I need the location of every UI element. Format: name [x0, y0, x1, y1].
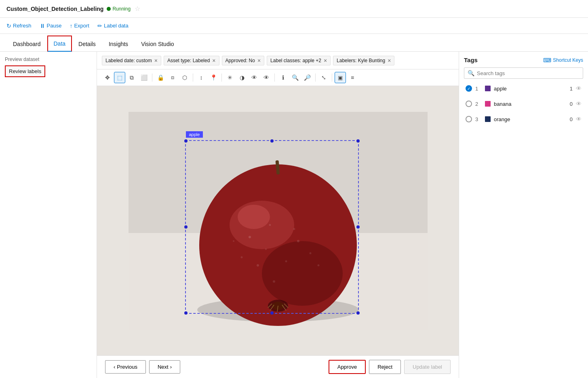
tool-separator-5 [315, 74, 316, 82]
tab-insights[interactable]: Insights [102, 37, 135, 51]
tag-num-3: 3 [475, 116, 482, 122]
search-icon: 🔍 [468, 70, 474, 76]
tag-item-banana: 2 banana 0 👁 [464, 98, 583, 109]
approve-button[interactable]: Approve [329, 360, 366, 374]
tool-multi-select[interactable]: ⬜ [138, 72, 150, 83]
apple-image [129, 112, 428, 330]
remove-filter-labelers[interactable]: × [388, 57, 391, 64]
tag-count-banana: 0 [570, 101, 573, 107]
tool-brightness[interactable]: ✳ [224, 72, 236, 83]
previous-button[interactable]: ‹ Previous [105, 360, 146, 374]
tool-polygon[interactable]: ⬡ [179, 72, 190, 83]
tool-zoom-in[interactable]: 🔍 [289, 72, 301, 83]
tool-separator-6 [332, 74, 332, 82]
svg-point-11 [257, 264, 259, 267]
tag-eye-orange[interactable]: 👁 [576, 116, 582, 122]
tag-radio-apple[interactable]: ✓ [466, 85, 472, 92]
tag-radio-banana[interactable] [466, 101, 472, 107]
tag-color-apple [485, 86, 491, 91]
svg-point-7 [249, 236, 251, 238]
shortcut-keys-button[interactable]: ⌨ Shortcut Keys [543, 57, 583, 63]
update-label-button: Update label [404, 360, 451, 374]
tool-separator-3 [221, 74, 222, 82]
svg-point-5 [238, 205, 270, 229]
status-dot [107, 7, 111, 11]
previous-icon: ‹ [114, 364, 115, 370]
review-labels-item[interactable]: Review labels [5, 65, 45, 77]
tool-separator-2 [193, 74, 193, 82]
svg-point-8 [269, 224, 271, 226]
filter-chip-date[interactable]: Labeled date: custom × [102, 56, 161, 65]
svg-point-13 [240, 256, 242, 258]
tab-data[interactable]: Data [47, 36, 72, 52]
next-button[interactable]: Next › [149, 360, 180, 374]
svg-point-18 [233, 240, 234, 242]
tool-info[interactable]: ℹ [277, 72, 289, 83]
tool-layout[interactable]: ≡ [347, 72, 358, 83]
search-tags-box[interactable]: 🔍 [464, 67, 583, 79]
remove-filter-classes[interactable]: × [324, 57, 327, 64]
tool-zoom-out[interactable]: 🔎 [301, 72, 313, 83]
tag-count-orange: 0 [570, 116, 573, 122]
tab-dashboard[interactable]: Dashboard [6, 37, 47, 51]
project-title: Custom_Object_Detection_Labeling [6, 6, 103, 12]
next-icon: › [170, 364, 172, 370]
tag-color-orange [485, 116, 491, 122]
svg-point-6 [262, 241, 343, 306]
reject-button[interactable]: Reject [369, 360, 401, 374]
tool-layers[interactable]: ⧈ [167, 72, 178, 83]
search-tags-input[interactable] [477, 70, 580, 76]
star-icon[interactable]: ☆ [135, 5, 140, 13]
tool-move[interactable]: ✥ [102, 72, 113, 83]
svg-point-17 [317, 264, 319, 266]
refresh-button[interactable]: ↻ Refresh [6, 23, 32, 29]
tool-select[interactable]: ⬚ [114, 72, 125, 83]
tag-eye-banana[interactable]: 👁 [576, 101, 582, 107]
tag-color-banana [485, 101, 491, 107]
tool-lock[interactable]: 🔒 [155, 72, 166, 83]
tool-eyedropper[interactable]: 👁 [249, 72, 260, 83]
tag-radio-orange[interactable] [466, 116, 472, 122]
pause-icon: ⏸ [40, 23, 45, 29]
tool-separator-1 [152, 74, 152, 82]
tab-details[interactable]: Details [72, 37, 102, 51]
label-data-icon: ✏ [97, 23, 102, 29]
svg-point-15 [293, 228, 295, 230]
tool-contrast[interactable]: ◑ [236, 72, 248, 83]
tag-name-orange: orange [494, 116, 567, 122]
tool-separator-4 [274, 74, 275, 82]
export-icon: ↑ [70, 23, 72, 29]
tool-splitview[interactable]: ▣ [335, 72, 346, 83]
svg-point-14 [273, 280, 275, 283]
remove-filter-approved[interactable]: × [257, 57, 261, 64]
image-area: apple [97, 86, 459, 355]
filter-chip-labelers[interactable]: Labelers: Kyle Bunting × [333, 56, 394, 65]
tool-copy[interactable]: ⧉ [126, 72, 137, 83]
filter-chip-asset[interactable]: Asset type: Labeled × [164, 56, 219, 65]
tag-name-banana: banana [494, 101, 567, 107]
tag-num-1: 1 [475, 86, 482, 92]
tag-count-apple: 1 [570, 86, 573, 92]
remove-filter-asset[interactable]: × [212, 57, 215, 64]
svg-point-12 [309, 252, 311, 254]
tag-item-orange: 3 orange 0 👁 [464, 113, 583, 125]
tag-item-apple: ✓ 1 apple 1 👁 [464, 83, 583, 94]
label-data-button[interactable]: ✏ Label data [97, 23, 129, 29]
export-button[interactable]: ↑ Export [70, 23, 89, 29]
status-text: Running [112, 6, 131, 12]
refresh-icon: ↻ [6, 23, 11, 29]
tool-visibility[interactable]: 👁 [261, 72, 272, 83]
remove-filter-date[interactable]: × [154, 57, 158, 64]
tag-num-2: 2 [475, 101, 482, 107]
filter-chip-label-classes[interactable]: Label classes: apple +2 × [267, 56, 331, 65]
tool-expand[interactable]: ⤡ [318, 72, 329, 83]
svg-point-9 [297, 240, 299, 242]
tag-name-apple: apple [494, 86, 567, 92]
tab-vision-studio[interactable]: Vision Studio [135, 37, 180, 51]
pause-button[interactable]: ⏸ Pause [40, 23, 62, 29]
svg-point-10 [285, 260, 287, 262]
filter-chip-approved[interactable]: Approved: No × [222, 56, 265, 65]
tag-eye-apple[interactable]: 👁 [576, 85, 582, 92]
tool-arrows[interactable]: ↕ [196, 72, 207, 83]
tool-pin[interactable]: 📍 [208, 72, 219, 83]
